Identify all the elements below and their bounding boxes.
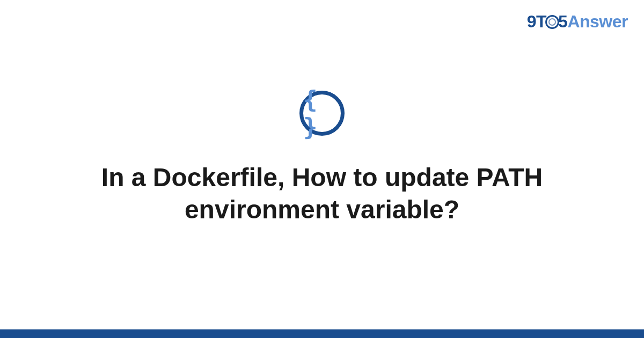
footer-bar [0, 329, 644, 338]
braces-glyph: { } [303, 86, 341, 141]
main-content: { } In a Dockerfile, How to update PATH … [0, 0, 644, 338]
code-braces-icon: { } [299, 91, 345, 136]
question-title: In a Dockerfile, How to update PATH envi… [80, 161, 564, 226]
